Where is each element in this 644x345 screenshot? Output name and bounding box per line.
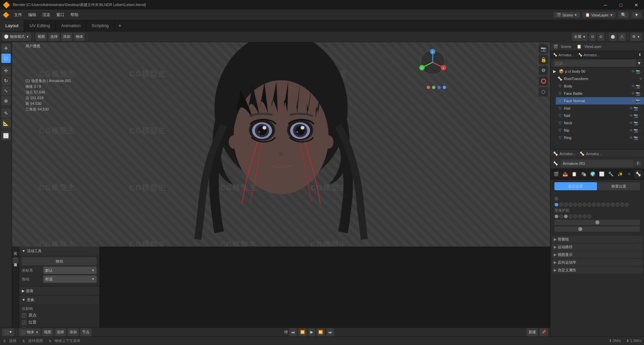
pi-render-btn[interactable]: 🎬 xyxy=(552,170,560,179)
ol-dots-icon[interactable]: ⋯ xyxy=(639,114,643,118)
breadcrumb-2[interactable]: Armatur... xyxy=(584,53,600,57)
coord-dropdown[interactable]: 默认 ▼ xyxy=(43,267,97,274)
layer-dot-15[interactable] xyxy=(620,203,624,207)
layer-dot-4[interactable] xyxy=(569,203,573,207)
view-btn-bottom[interactable]: 视图 xyxy=(42,328,53,336)
annotate-tool[interactable]: ✎ xyxy=(1,109,11,118)
pi-object-data-btn[interactable]: 🦴 xyxy=(634,170,643,179)
camera-view-button[interactable]: 📷 xyxy=(539,44,548,54)
pi-world-btn[interactable]: 🌍 xyxy=(588,170,597,179)
pi-modifier-btn[interactable]: 🔧 xyxy=(607,170,615,179)
ol-cam-icon[interactable]: 📷 xyxy=(636,84,640,88)
snap-button[interactable]: ⊙ xyxy=(589,33,596,41)
location-checkbox[interactable] xyxy=(22,320,26,325)
layer-dot-9[interactable] xyxy=(592,203,596,207)
viewport-shade-1[interactable]: ⬤ xyxy=(609,33,617,41)
custom-props-section-header[interactable]: ▶ 自定义属性 ⋯ xyxy=(552,267,643,274)
tab-uv-editing[interactable]: UV Editing xyxy=(24,20,56,31)
grid-button[interactable]: ⚙ xyxy=(539,66,548,75)
ol-item-neck[interactable]: ▽ Neck 👁 📷 ⋯ xyxy=(556,119,644,127)
navigation-gizmo[interactable]: Z X Y xyxy=(419,49,446,76)
add-workspace-button[interactable]: + xyxy=(114,20,125,31)
pin-btn[interactable]: 📌 xyxy=(539,328,548,336)
fake-user-button[interactable]: F xyxy=(635,161,641,166)
playback-start[interactable]: ⏮ xyxy=(289,328,297,336)
ol-item-nip[interactable]: ▽ Nip 👁 📷 ⋯ xyxy=(556,127,644,134)
select-tool[interactable]: ⊡ xyxy=(1,54,11,63)
add-btn-bottom[interactable]: 添加 xyxy=(67,328,79,336)
ol-item-face-normal[interactable]: ▽ Face Normal 👁 📷 ↓ xyxy=(556,97,644,105)
n-tab-view[interactable]: 视图 xyxy=(12,247,19,252)
ol-down-icon[interactable]: ↓ xyxy=(641,69,643,74)
viewport-shade-2[interactable]: 八 xyxy=(618,33,626,41)
ol-eye-icon[interactable]: 👁 xyxy=(629,121,633,125)
layer-dot-8[interactable] xyxy=(587,203,591,207)
prot-dot-3[interactable] xyxy=(564,214,568,218)
outliner-filter-button[interactable]: ⬇ xyxy=(638,53,641,57)
transform-header[interactable]: ▼ 变换 ⋯ xyxy=(19,295,99,304)
transform-tool[interactable]: ⊕ xyxy=(1,96,11,106)
ol-dots-icon[interactable]: ⋯ xyxy=(639,121,643,125)
layer-dot-10[interactable] xyxy=(597,203,601,207)
proportional-edit[interactable]: ⊙ xyxy=(597,33,604,41)
view-layer-selector[interactable]: 📋 ViewLayer ▼ xyxy=(583,12,615,18)
n-tab-item[interactable]: 项目 xyxy=(12,258,19,264)
outliner-filter-icon[interactable]: ▼ xyxy=(637,61,641,66)
ol-eye-icon[interactable]: 👁 xyxy=(629,114,633,118)
ol-eye-icon[interactable]: 👁 xyxy=(639,77,643,81)
layer-dot-1[interactable] xyxy=(554,203,558,207)
ol-item-face-battle[interactable]: ▽ Face Battle 👁 📷 ↓ xyxy=(556,90,644,97)
ol-dots-icon[interactable]: ⋯ xyxy=(639,106,643,111)
ol-item-roottransform[interactable]: 🦴 RootTransform 👁 xyxy=(556,75,644,82)
layer-dot-3[interactable] xyxy=(564,203,568,207)
layer-dot-6[interactable] xyxy=(578,203,582,207)
scale-tool[interactable]: ⤡ xyxy=(1,86,11,95)
ik-section-header[interactable]: ▶ 反向运动学 ⋯ xyxy=(552,259,643,266)
origin-checkbox[interactable] xyxy=(22,313,26,318)
ol-eye-icon[interactable]: 👁 xyxy=(629,106,633,111)
prot-dot-7[interactable] xyxy=(583,214,587,218)
tab-layout[interactable]: Layout xyxy=(0,20,24,31)
prot-dot-1[interactable] xyxy=(554,214,558,218)
prot-dot-2[interactable] xyxy=(559,214,563,218)
add-cube-tool[interactable]: ⬜ xyxy=(1,131,11,140)
ol-eye-icon[interactable]: 👁 xyxy=(629,136,633,140)
xray-button[interactable]: ⬡ xyxy=(539,87,548,96)
ol-item-body[interactable]: ▽ Body 👁 📷 ↓ xyxy=(556,82,644,90)
pi-output-btn[interactable]: 📤 xyxy=(561,170,569,179)
search-button[interactable]: 🔍 xyxy=(618,12,629,18)
layer-dot-12[interactable] xyxy=(606,203,610,207)
tab-scripting[interactable]: Scripting xyxy=(86,20,114,31)
ol-item-hair[interactable]: ▽ Hair 👁 📷 ⋯ xyxy=(556,105,644,112)
pi-particles-btn[interactable]: ✨ xyxy=(616,170,624,179)
prot-dot-4[interactable] xyxy=(569,214,573,218)
global-selector[interactable]: 全属 ▼ xyxy=(572,33,588,41)
layer-slider-handle[interactable] xyxy=(595,220,599,224)
cursor-tool[interactable]: ✛ xyxy=(1,44,11,53)
close-button[interactable]: ✕ xyxy=(629,0,644,10)
mode-selector-bottom[interactable]: ⬛ 物体 ▼ xyxy=(19,328,41,336)
maximize-button[interactable]: □ xyxy=(613,0,629,10)
pi-view-layer-btn[interactable]: 📋 xyxy=(570,170,579,179)
ol-cam-icon[interactable]: 📷 xyxy=(634,106,638,111)
select-menu[interactable]: 选择 xyxy=(48,33,60,41)
playback-end[interactable]: ⏭ xyxy=(326,328,334,336)
object-menu[interactable]: 物体 xyxy=(74,33,85,41)
editor-type-button[interactable]: ⬛▼ xyxy=(2,328,14,336)
breadcrumb-1[interactable]: Armatur... xyxy=(558,53,575,57)
n-tab-tool[interactable]: 工具 xyxy=(12,252,19,258)
mode-selector[interactable]: ⚪ 物体模式 ▼ xyxy=(2,33,31,41)
bone-group-section-header[interactable]: ▶ 骨骼组 ⋯ xyxy=(552,236,643,243)
scene-selector[interactable]: 🎬 Armature.001 Scene ▼ xyxy=(554,12,580,18)
ol-down-icon[interactable]: ↓ xyxy=(641,84,643,88)
ol-cam-icon[interactable]: 📷 xyxy=(636,99,640,103)
rest-position-button[interactable]: 静置位置 xyxy=(598,182,640,190)
pi-physics-btn[interactable]: ⚛ xyxy=(625,170,633,179)
prot-dot-5[interactable] xyxy=(573,214,577,218)
playback-play[interactable]: ▶ xyxy=(308,328,315,336)
move-button[interactable]: 移动 xyxy=(22,257,97,265)
playback-prev[interactable]: ⏪ xyxy=(298,328,307,336)
layer-dot-16[interactable] xyxy=(625,203,629,207)
ol-cam-icon[interactable]: 📷 xyxy=(636,69,640,74)
playback-next[interactable]: ⏩ xyxy=(316,328,325,336)
